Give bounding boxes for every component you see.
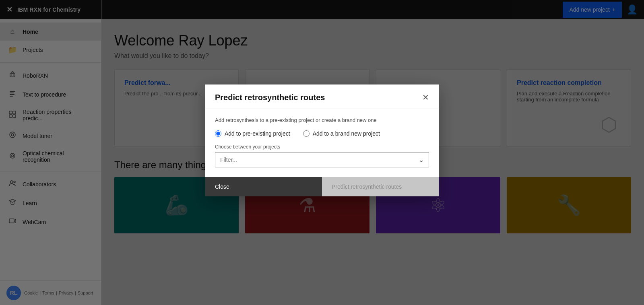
radio-new-input[interactable] xyxy=(303,130,310,137)
modal-description: Add retrosynthesis to a pre-existing pro… xyxy=(215,117,429,123)
chevron-down-icon: ⌄ xyxy=(414,156,429,164)
modal-spacer xyxy=(205,167,439,177)
filter-row: ⌄ xyxy=(215,152,429,167)
radio-new-project[interactable]: Add to a brand new project xyxy=(303,130,380,137)
modal-footer: Close Predict retrosynthetic routes xyxy=(205,177,439,196)
modal-footer-right: Predict retrosynthetic routes xyxy=(322,177,439,196)
filter-input[interactable] xyxy=(215,152,414,167)
modal-header: Predict retrosynthetic routes ✕ xyxy=(205,84,439,109)
modal-close-button[interactable]: ✕ xyxy=(422,93,429,102)
modal-title: Predict retrosynthetic routes xyxy=(215,93,325,102)
radio-existing-input[interactable] xyxy=(215,130,221,137)
modal-footer-left: Close xyxy=(205,177,322,196)
radio-group: Add to pre-existing project Add to a bra… xyxy=(215,130,429,137)
modal-body: Add retrosynthesis to a pre-existing pro… xyxy=(205,109,439,167)
main-content: Add new project + 👤 Welcome Ray Lopez Wh… xyxy=(101,0,644,305)
radio-new-label: Add to a brand new project xyxy=(313,130,380,137)
predict-retrosynthetic-modal: Predict retrosynthetic routes ✕ Add retr… xyxy=(205,84,439,196)
predict-retrosynthetic-button[interactable]: Predict retrosynthetic routes xyxy=(322,177,439,196)
modal-overlay: Predict retrosynthetic routes ✕ Add retr… xyxy=(101,0,644,305)
radio-existing-label: Add to pre-existing project xyxy=(225,130,290,137)
modal-close-icon: ✕ xyxy=(422,93,429,102)
modal-close-footer-button[interactable]: Close xyxy=(205,177,322,196)
radio-existing-project[interactable]: Add to pre-existing project xyxy=(215,130,290,137)
filter-label: Choose between your projects xyxy=(215,144,429,150)
